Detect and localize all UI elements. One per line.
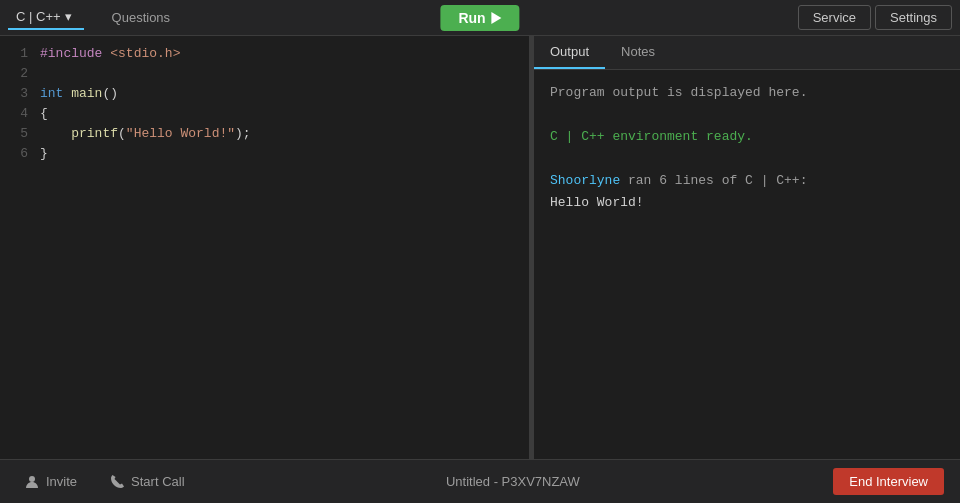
output-line-blank-2	[550, 148, 944, 170]
output-text-3: ran 6 lines of C | C++:	[620, 173, 807, 188]
output-line-3: Shoorlyne ran 6 lines of C | C++:	[550, 170, 944, 192]
line-num-3: 3	[0, 84, 28, 104]
session-title: Untitled - P3XV7NZAW	[193, 474, 834, 489]
header: C | C++ ▾ Questions Run Service Settings	[0, 0, 960, 36]
output-line-blank-1	[550, 104, 944, 126]
code-line-1: #include <stdio.h>	[40, 44, 529, 64]
footer: Invite Start Call Untitled - P3XV7NZAW E…	[0, 459, 960, 503]
output-text-2: C | C++ environment ready.	[550, 129, 753, 144]
output-text-4: Hello World!	[550, 195, 644, 210]
invite-label: Invite	[46, 474, 77, 489]
output-content: Program output is displayed here. C | C+…	[534, 70, 960, 459]
service-button[interactable]: Service	[798, 5, 871, 30]
play-icon	[492, 12, 502, 24]
language-label: C | C++	[16, 9, 61, 24]
line-num-2: 2	[0, 64, 28, 84]
output-line-2: C | C++ environment ready.	[550, 126, 944, 148]
run-button[interactable]: Run	[440, 5, 519, 31]
code-area: 1 2 3 4 5 6 #include <stdio.h> int main(…	[0, 36, 529, 172]
line-num-5: 5	[0, 124, 28, 144]
code-line-4: {	[40, 104, 529, 124]
tab-notes[interactable]: Notes	[605, 36, 671, 69]
output-user: Shoorlyne	[550, 173, 620, 188]
code-line-5: printf("Hello World!");	[40, 124, 529, 144]
line-num-1: 1	[0, 44, 28, 64]
output-line-4: Hello World!	[550, 192, 944, 214]
person-icon	[24, 474, 40, 490]
run-label: Run	[458, 10, 485, 26]
invite-button[interactable]: Invite	[16, 470, 85, 494]
editor-pane[interactable]: 1 2 3 4 5 6 #include <stdio.h> int main(…	[0, 36, 530, 459]
code-content: #include <stdio.h> int main() { printf("…	[40, 44, 529, 164]
output-tabs: Output Notes	[534, 36, 960, 70]
svg-point-0	[29, 476, 35, 482]
start-call-button[interactable]: Start Call	[101, 470, 192, 494]
questions-button[interactable]: Questions	[100, 6, 183, 29]
code-line-3: int main()	[40, 84, 529, 104]
main-area: 1 2 3 4 5 6 #include <stdio.h> int main(…	[0, 36, 960, 459]
line-num-4: 4	[0, 104, 28, 124]
phone-icon	[109, 474, 125, 490]
tab-output[interactable]: Output	[534, 36, 605, 69]
code-line-6: }	[40, 144, 529, 164]
settings-button[interactable]: Settings	[875, 5, 952, 30]
code-line-2	[40, 64, 529, 84]
line-numbers: 1 2 3 4 5 6	[0, 44, 40, 164]
language-selector[interactable]: C | C++ ▾	[8, 5, 84, 30]
output-pane: Output Notes Program output is displayed…	[534, 36, 960, 459]
start-call-label: Start Call	[131, 474, 184, 489]
output-text-1: Program output is displayed here.	[550, 85, 807, 100]
line-num-6: 6	[0, 144, 28, 164]
header-right-actions: Service Settings	[798, 5, 952, 30]
dropdown-icon: ▾	[65, 9, 72, 24]
end-interview-button[interactable]: End Interview	[833, 468, 944, 495]
output-line-1: Program output is displayed here.	[550, 82, 944, 104]
